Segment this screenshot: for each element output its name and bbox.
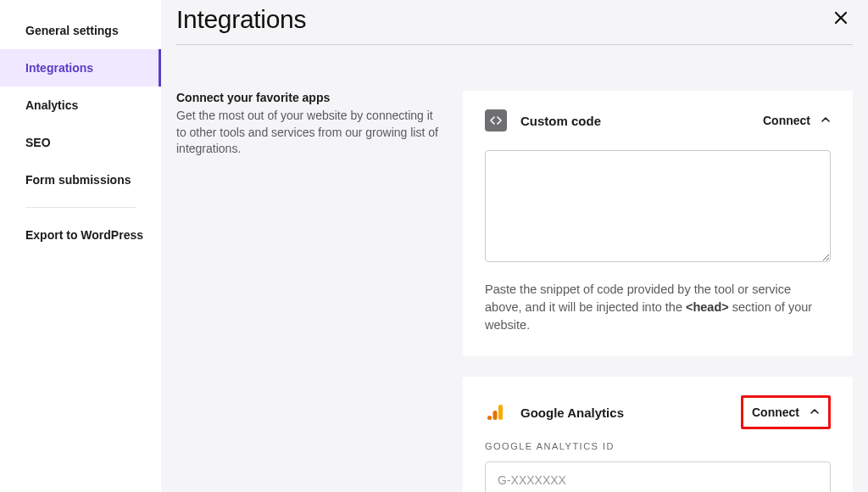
google-analytics-icon [485, 401, 507, 423]
card-header: Custom code Connect [485, 109, 831, 131]
intro-title: Connect your favorite apps [176, 91, 439, 104]
settings-sidebar: General settings Integrations Analytics … [0, 0, 161, 492]
sidebar-divider [25, 207, 136, 208]
custom-code-helper: Paste the snippet of code provided by th… [485, 281, 831, 334]
card-header-left: Google Analytics [485, 401, 624, 423]
content-row: Connect your favorite apps Get the most … [176, 45, 853, 492]
card-header-left: Custom code [485, 109, 601, 131]
intro-block: Connect your favorite apps Get the most … [176, 91, 439, 492]
custom-code-textarea[interactable] [485, 150, 831, 262]
intro-description: Get the most out of your website by conn… [176, 108, 439, 158]
page-title: Integrations [176, 5, 306, 34]
ga-id-input[interactable] [485, 461, 831, 492]
card-google-analytics: Google Analytics Connect GOOGLE ANALYTIC… [463, 377, 853, 492]
card-actions-highlighted: Connect [741, 395, 831, 429]
svg-rect-0 [498, 405, 503, 420]
sidebar-item-seo[interactable]: SEO [0, 124, 161, 161]
connect-button[interactable]: Connect [752, 405, 799, 419]
sidebar-item-general-settings[interactable]: General settings [0, 12, 161, 49]
ga-id-label: GOOGLE ANALYTICS ID [485, 441, 831, 451]
card-custom-code: Custom code Connect Paste the snippet of… [463, 91, 853, 356]
sidebar-item-integrations[interactable]: Integrations [0, 49, 161, 87]
code-icon [485, 109, 507, 131]
sidebar-item-form-submissions[interactable]: Form submissions [0, 161, 161, 198]
card-title: Google Analytics [520, 405, 624, 420]
main-panel: Integrations Connect your favorite apps … [161, 0, 868, 492]
sidebar-item-analytics[interactable]: Analytics [0, 87, 161, 124]
close-icon[interactable] [829, 6, 853, 33]
helper-head-tag: <head> [686, 300, 729, 314]
chevron-up-icon[interactable] [821, 113, 831, 128]
card-header: Google Analytics Connect [485, 395, 831, 429]
page-header: Integrations [176, 0, 853, 45]
card-actions: Connect [763, 113, 831, 128]
integration-cards: Custom code Connect Paste the snippet of… [463, 91, 853, 492]
chevron-up-icon[interactable] [810, 405, 820, 420]
svg-rect-1 [493, 411, 498, 420]
card-title: Custom code [520, 114, 601, 128]
svg-point-2 [487, 416, 492, 420]
connect-button[interactable]: Connect [763, 114, 810, 127]
sidebar-item-export-wordpress[interactable]: Export to WordPress [0, 216, 161, 254]
